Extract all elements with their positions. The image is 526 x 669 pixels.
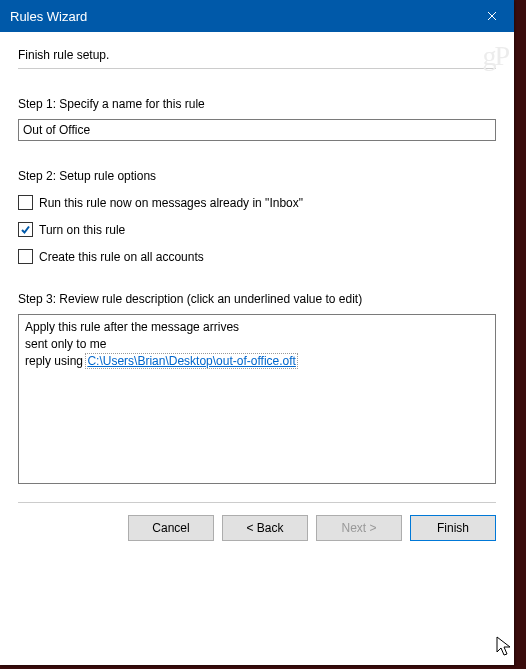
checkbox-box [18,222,33,237]
checkbox-label: Create this rule on all accounts [39,250,204,264]
checkbox-label: Run this rule now on messages already in… [39,196,303,210]
cancel-button[interactable]: Cancel [128,515,214,541]
checkbox-box [18,249,33,264]
content-area: Finish rule setup. Step 1: Specify a nam… [0,32,514,503]
rules-wizard-window: Rules Wizard gP Finish rule setup. Step … [0,0,514,665]
divider [18,68,496,69]
checkbox-label: Turn on this rule [39,223,125,237]
step3: Step 3: Review rule description (click a… [18,292,496,484]
desc-line-2: sent only to me [25,336,489,353]
checkbox-turn-on[interactable]: Turn on this rule [18,222,496,237]
divider [18,502,496,503]
desc-line-3: reply using C:\Users\Brian\Desktop\out-o… [25,353,489,370]
rule-name-input[interactable] [18,119,496,141]
step3-label: Step 3: Review rule description (click a… [18,292,496,306]
step1-label: Step 1: Specify a name for this rule [18,97,496,111]
window-title: Rules Wizard [10,9,87,24]
rule-description-box: Apply this rule after the message arrive… [18,314,496,484]
title-bar: Rules Wizard [0,0,514,32]
finish-button[interactable]: Finish [410,515,496,541]
step1: Step 1: Specify a name for this rule [18,97,496,141]
close-icon [487,11,497,21]
checkbox-all-accounts[interactable]: Create this rule on all accounts [18,249,496,264]
next-button: Next > [316,515,402,541]
template-path-link[interactable]: C:\Users\Brian\Desktop\out-of-office.oft [86,354,297,368]
checkbox-run-now[interactable]: Run this rule now on messages already in… [18,195,496,210]
step2-label: Step 2: Setup rule options [18,169,496,183]
checkbox-box [18,195,33,210]
button-row: Cancel < Back Next > Finish [0,515,514,559]
close-button[interactable] [469,0,514,32]
step2: Step 2: Setup rule options Run this rule… [18,169,496,264]
desc-line-3-prefix: reply using [25,354,86,368]
instruction-text: Finish rule setup. [18,48,496,62]
back-button[interactable]: < Back [222,515,308,541]
desc-line-1: Apply this rule after the message arrive… [25,319,489,336]
